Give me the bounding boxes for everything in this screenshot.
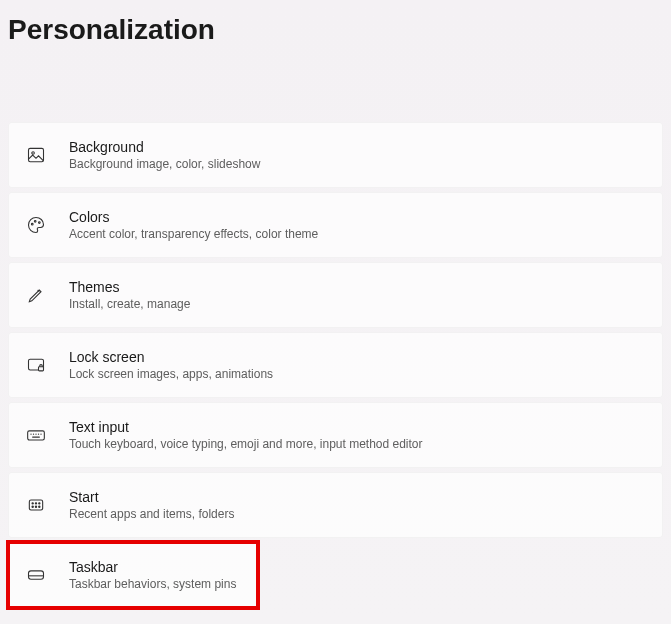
start-icon: [25, 494, 47, 516]
setting-item-taskbar[interactable]: Taskbar Taskbar behaviors, system pins: [8, 542, 258, 608]
setting-desc: Accent color, transparency effects, colo…: [69, 227, 318, 241]
svg-point-1: [32, 152, 34, 155]
setting-item-background[interactable]: Background Background image, color, slid…: [8, 122, 663, 188]
setting-desc: Install, create, manage: [69, 297, 190, 311]
svg-point-15: [32, 503, 33, 504]
setting-item-colors[interactable]: Colors Accent color, transparency effect…: [8, 192, 663, 258]
setting-text: Text input Touch keyboard, voice typing,…: [69, 419, 423, 451]
setting-text: Background Background image, color, slid…: [69, 139, 260, 171]
pen-icon: [25, 284, 47, 306]
svg-point-19: [35, 506, 36, 507]
setting-desc: Background image, color, slideshow: [69, 157, 260, 171]
setting-text: Lock screen Lock screen images, apps, an…: [69, 349, 273, 381]
taskbar-icon: [25, 564, 47, 586]
palette-icon: [25, 214, 47, 236]
setting-title: Start: [69, 489, 234, 505]
svg-point-20: [39, 506, 40, 507]
page-title: Personalization: [0, 0, 671, 46]
setting-text: Start Recent apps and items, folders: [69, 489, 234, 521]
setting-title: Background: [69, 139, 260, 155]
setting-desc: Recent apps and items, folders: [69, 507, 234, 521]
svg-rect-7: [28, 431, 45, 440]
setting-title: Colors: [69, 209, 318, 225]
setting-item-start[interactable]: Start Recent apps and items, folders: [8, 472, 663, 538]
keyboard-icon: [25, 424, 47, 446]
image-icon: [25, 144, 47, 166]
svg-rect-21: [29, 571, 44, 579]
svg-point-18: [32, 506, 33, 507]
setting-title: Lock screen: [69, 349, 273, 365]
svg-point-3: [34, 220, 36, 222]
setting-text: Colors Accent color, transparency effect…: [69, 209, 318, 241]
setting-desc: Lock screen images, apps, animations: [69, 367, 273, 381]
settings-list: Background Background image, color, slid…: [0, 122, 671, 608]
setting-item-lockscreen[interactable]: Lock screen Lock screen images, apps, an…: [8, 332, 663, 398]
setting-title: Taskbar: [69, 559, 236, 575]
setting-text: Taskbar Taskbar behaviors, system pins: [69, 559, 236, 591]
setting-item-textinput[interactable]: Text input Touch keyboard, voice typing,…: [8, 402, 663, 468]
lockscreen-icon: [25, 354, 47, 376]
svg-point-17: [39, 503, 40, 504]
svg-point-2: [31, 223, 33, 225]
setting-title: Text input: [69, 419, 423, 435]
setting-item-themes[interactable]: Themes Install, create, manage: [8, 262, 663, 328]
setting-desc: Taskbar behaviors, system pins: [69, 577, 236, 591]
svg-rect-14: [29, 500, 42, 510]
svg-point-16: [35, 503, 36, 504]
setting-text: Themes Install, create, manage: [69, 279, 190, 311]
svg-rect-6: [39, 367, 44, 371]
svg-rect-0: [29, 148, 44, 161]
svg-point-4: [39, 222, 41, 224]
setting-title: Themes: [69, 279, 190, 295]
setting-desc: Touch keyboard, voice typing, emoji and …: [69, 437, 423, 451]
